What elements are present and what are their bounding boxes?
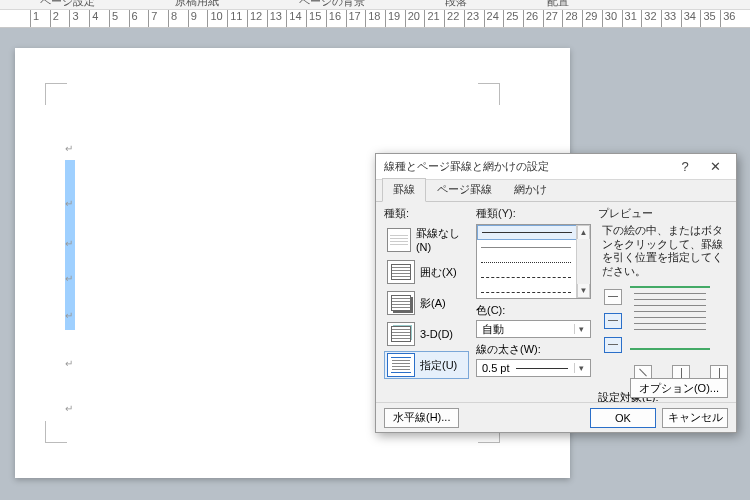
dialog-title: 線種とページ罫線と網かけの設定 — [382, 159, 670, 174]
chevron-down-icon: ▾ — [574, 363, 588, 373]
paragraph-mark: ↵ — [65, 310, 73, 321]
ribbon: ページ設定 原稿用紙 ページの背景 段落 配置 — [0, 0, 750, 10]
ribbon-group: ページの背景 — [299, 0, 365, 9]
cancel-button[interactable]: キャンセル — [662, 408, 728, 428]
setting-3d-icon — [387, 322, 415, 346]
margin-corner — [45, 83, 67, 105]
paragraph-mark: ↵ — [65, 143, 73, 154]
setting-custom-icon — [387, 353, 415, 377]
line-style-option[interactable] — [477, 270, 590, 285]
scroll-up-icon[interactable]: ▲ — [577, 225, 590, 239]
setting-box[interactable]: 囲む(X) — [384, 258, 469, 286]
width-sample-line — [516, 368, 568, 369]
help-button[interactable]: ? — [670, 156, 700, 178]
line-style-option[interactable] — [477, 285, 590, 299]
color-select[interactable]: 自動 ▾ — [476, 320, 591, 338]
paragraph-mark: ↵ — [65, 403, 73, 414]
width-label: 線の太さ(W): — [476, 342, 591, 357]
options-button[interactable]: オプション(O)... — [630, 378, 728, 398]
color-value: 自動 — [482, 322, 504, 337]
tab-page-border[interactable]: ページ罫線 — [426, 178, 503, 202]
ruler[interactable]: 1234567891011121314151617181920212223242… — [0, 10, 750, 28]
ok-button[interactable]: OK — [590, 408, 656, 428]
preview-hint: 下の絵の中、またはボタンをクリックして、罫線を引く位置を指定してください。 — [598, 224, 728, 283]
borders-shading-dialog: 線種とページ罫線と網かけの設定 ? ✕ 罫線 ページ罫線 網かけ 種類: 罫線な… — [375, 153, 737, 433]
border-middle-button[interactable] — [604, 313, 622, 329]
line-style-option[interactable] — [477, 240, 590, 255]
setting-3d[interactable]: 3-D(D) — [384, 320, 469, 348]
paragraph-mark: ↵ — [65, 238, 73, 249]
line-style-list[interactable]: ▲▼ — [476, 224, 591, 299]
line-style-option[interactable] — [477, 255, 590, 270]
ribbon-group: 原稿用紙 — [175, 0, 219, 9]
scrollbar[interactable]: ▲▼ — [576, 225, 590, 298]
paragraph-mark: ↵ — [65, 198, 73, 209]
chevron-down-icon: ▾ — [574, 324, 588, 334]
setting-shadow-label: 影(A) — [420, 296, 446, 311]
workspace: ↵ ↵ ↵ ↵ ↵ ↵ ↵ 線種とページ罫線と網かけの設定 ? ✕ 罫線 ページ… — [0, 28, 750, 500]
scroll-down-icon[interactable]: ▼ — [577, 284, 590, 298]
setting-3d-label: 3-D(D) — [420, 328, 453, 340]
close-button[interactable]: ✕ — [700, 156, 730, 178]
dialog-tabs: 罫線 ページ罫線 網かけ — [376, 180, 736, 202]
dialog-footer: 水平線(H)... OK キャンセル — [376, 402, 736, 432]
line-style-option[interactable] — [477, 225, 590, 240]
preview-page[interactable] — [630, 286, 710, 350]
margin-corner — [45, 421, 67, 443]
setting-shadow[interactable]: 影(A) — [384, 289, 469, 317]
preview-label: プレビュー — [598, 206, 728, 221]
setting-shadow-icon — [387, 291, 415, 315]
line-style-label: 種類(Y): — [476, 206, 591, 221]
setting-none-label: 罫線なし(N) — [416, 226, 466, 253]
border-top-button[interactable] — [604, 289, 622, 305]
setting-box-icon — [387, 260, 415, 284]
setting-none-icon — [387, 228, 411, 252]
setting-label: 種類: — [384, 206, 469, 221]
ribbon-group: 配置 — [547, 0, 569, 9]
dialog-titlebar[interactable]: 線種とページ罫線と網かけの設定 ? ✕ — [376, 154, 736, 180]
horizontal-line-button[interactable]: 水平線(H)... — [384, 408, 459, 428]
width-select[interactable]: 0.5 pt ▾ — [476, 359, 591, 377]
tab-shading[interactable]: 網かけ — [503, 178, 558, 202]
setting-box-label: 囲む(X) — [420, 265, 457, 280]
color-label: 色(C): — [476, 303, 591, 318]
setting-custom-label: 指定(U) — [420, 358, 457, 373]
setting-none[interactable]: 罫線なし(N) — [384, 224, 469, 255]
setting-custom[interactable]: 指定(U) — [384, 351, 469, 379]
margin-corner — [478, 83, 500, 105]
preview-area — [598, 283, 728, 388]
ribbon-group: 段落 — [445, 0, 467, 9]
ribbon-group: ページ設定 — [40, 0, 95, 9]
paragraph-mark: ↵ — [65, 273, 73, 284]
tab-borders[interactable]: 罫線 — [382, 178, 426, 202]
width-value: 0.5 pt — [482, 362, 510, 374]
paragraph-mark: ↵ — [65, 358, 73, 369]
border-bottom-button[interactable] — [604, 337, 622, 353]
